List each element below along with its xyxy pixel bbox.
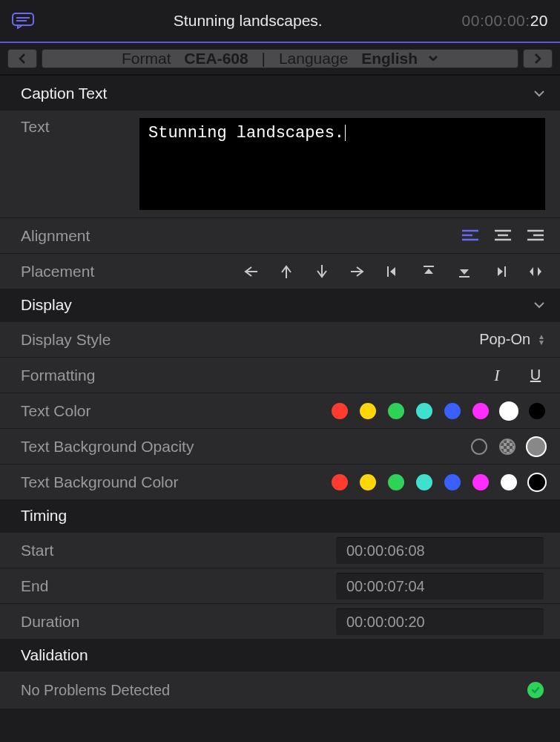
text-color-yellow[interactable] bbox=[360, 403, 376, 419]
move-up-button[interactable] bbox=[277, 262, 296, 281]
text-color-black[interactable] bbox=[529, 403, 545, 419]
move-left-button[interactable] bbox=[241, 262, 260, 281]
bg-opacity-none[interactable] bbox=[471, 439, 487, 455]
duration-time-input[interactable]: 00:00:00:20 bbox=[336, 608, 544, 635]
caption-title: Stunning landscapes. bbox=[34, 12, 462, 30]
bg-color-cyan[interactable] bbox=[416, 474, 432, 490]
move-far-right-button[interactable] bbox=[490, 262, 510, 281]
text-color-label: Text Color bbox=[21, 402, 169, 420]
move-top-button[interactable] bbox=[419, 262, 438, 281]
bg-color-yellow[interactable] bbox=[360, 474, 376, 490]
svg-rect-0 bbox=[13, 13, 33, 25]
start-time-input[interactable]: 00:00:06:08 bbox=[336, 537, 544, 564]
alignment-label: Alignment bbox=[21, 227, 139, 245]
formatting-label: Formatting bbox=[21, 367, 169, 384]
bg-opacity-semi[interactable] bbox=[499, 439, 515, 455]
timing-section-header: Timing bbox=[0, 499, 560, 532]
move-right-button[interactable] bbox=[348, 262, 367, 281]
validation-status: No Problems Detected bbox=[21, 682, 170, 699]
start-label: Start bbox=[21, 542, 139, 559]
chevron-down-icon bbox=[428, 55, 438, 62]
align-center-button[interactable] bbox=[493, 226, 513, 246]
text-color-blue[interactable] bbox=[444, 403, 461, 419]
underline-button[interactable]: U bbox=[526, 366, 545, 385]
move-far-left-button[interactable] bbox=[383, 262, 403, 281]
bg-color-black[interactable] bbox=[529, 474, 545, 490]
duration-label: Duration bbox=[21, 613, 139, 631]
display-section-header: Display bbox=[0, 289, 560, 321]
placement-label: Placement bbox=[21, 263, 139, 280]
end-label: End bbox=[21, 577, 139, 595]
text-color-cyan[interactable] bbox=[416, 403, 432, 419]
validation-ok-icon bbox=[527, 682, 544, 698]
collapse-caption-text-icon[interactable] bbox=[533, 90, 545, 97]
caption-text-section-header: Caption Text bbox=[0, 77, 560, 110]
move-down-button[interactable] bbox=[312, 262, 332, 281]
display-style-label: Display Style bbox=[21, 331, 169, 349]
bg-opacity-solid[interactable] bbox=[527, 438, 545, 456]
caption-text-input[interactable]: Stunning landscapes. bbox=[139, 118, 545, 210]
collapse-display-icon[interactable] bbox=[533, 301, 545, 309]
bg-color-white[interactable] bbox=[501, 474, 517, 490]
validation-section-header: Validation bbox=[0, 639, 560, 672]
display-style-select[interactable]: Pop-On ▲▼ bbox=[169, 331, 545, 348]
text-color-white[interactable] bbox=[501, 403, 517, 419]
text-bg-color-label: Text Background Color bbox=[21, 473, 214, 491]
text-color-red[interactable] bbox=[332, 403, 348, 419]
timecode-display: 00:00:00:20 bbox=[462, 12, 548, 30]
end-time-input[interactable]: 00:00:07:04 bbox=[336, 573, 544, 600]
center-button[interactable] bbox=[526, 262, 545, 281]
caption-icon[interactable] bbox=[12, 13, 34, 29]
bg-color-red[interactable] bbox=[332, 474, 348, 490]
text-bg-opacity-label: Text Background Opacity bbox=[21, 438, 243, 456]
align-left-button[interactable] bbox=[461, 226, 480, 246]
prev-caption-button[interactable] bbox=[7, 49, 37, 68]
format-language-select[interactable]: Format CEA-608 | Language English bbox=[42, 49, 518, 68]
next-caption-button[interactable] bbox=[523, 49, 553, 68]
bg-color-blue[interactable] bbox=[444, 474, 461, 490]
text-label: Text bbox=[21, 118, 139, 136]
stepper-icon: ▲▼ bbox=[538, 334, 545, 346]
move-bottom-button[interactable] bbox=[455, 262, 474, 281]
bg-color-green[interactable] bbox=[388, 474, 404, 490]
align-right-button[interactable] bbox=[526, 226, 545, 246]
text-color-green[interactable] bbox=[388, 403, 404, 419]
bg-color-magenta[interactable] bbox=[472, 474, 489, 490]
italic-button[interactable]: I bbox=[487, 366, 507, 385]
text-color-magenta[interactable] bbox=[472, 403, 489, 419]
